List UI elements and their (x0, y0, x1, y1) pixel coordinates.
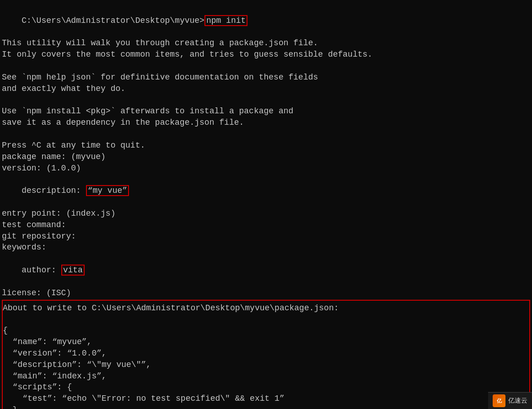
json-blank (3, 313, 529, 325)
author-line: author: vita (2, 253, 530, 287)
author-value: vita (61, 265, 85, 276)
json-description: “description”: “\"my vue\"”, (3, 359, 529, 371)
terminal-window: C:\Users\Administrator\Desktop\myvue>npm… (0, 0, 532, 409)
author-label: author: (21, 266, 61, 275)
desc-value: “my vue” (86, 185, 129, 196)
line-8: save it as a dependency in the package.j… (2, 117, 530, 128)
json-test: “test”: “echo \"Error: no test specified… (3, 393, 529, 404)
json-name: “name”: “myvue”, (3, 336, 529, 348)
npm-init-command: npm init (204, 15, 247, 26)
line-5: and exactly what they do. (2, 83, 530, 95)
line-12: version: (1.0.0) (2, 163, 530, 174)
brand-bar: 亿 亿速云 (488, 392, 532, 409)
json-output-block: About to write to C:\Users\Administrator… (2, 300, 530, 409)
json-scripts-close: }, (3, 404, 529, 409)
blank-3 (2, 128, 530, 140)
line-1: This utility will walk you through creat… (2, 37, 530, 49)
json-header: About to write to C:\Users\Administrator… (3, 303, 529, 314)
line-4: See `npm help json` for definitive docum… (2, 72, 530, 83)
line-16: git repository: (2, 231, 530, 242)
line-17: keywords: (2, 242, 530, 253)
desc-label: description: (21, 186, 86, 195)
json-version: “version”: “1.0.0”, (3, 348, 529, 359)
line-15: test command: (2, 219, 530, 231)
line-10: Press ^C at any time to quit. (2, 140, 530, 151)
brand-label: 亿速云 (508, 397, 527, 405)
json-open: { (3, 325, 529, 336)
line-2: It only covers the most common items, an… (2, 49, 530, 60)
json-scripts: “scripts”: { (3, 382, 529, 393)
json-main: “main”: “index.js”, (3, 371, 529, 382)
blank-2 (2, 95, 530, 106)
line-14: entry point: (index.js) (2, 208, 530, 219)
line-19: license: (ISC) (2, 287, 530, 299)
blank-1 (2, 60, 530, 72)
line-7: Use `npm install <pkg>` afterwards to in… (2, 106, 530, 117)
desc-line: description: “my vue” (2, 174, 530, 207)
prompt-line: C:\Users\Administrator\Desktop\myvue>npm… (2, 4, 530, 37)
line-11: package name: (myvue) (2, 151, 530, 163)
brand-icon: 亿 (493, 394, 505, 407)
prompt-path: C:\Users\Administrator\Desktop\myvue> (21, 16, 204, 25)
